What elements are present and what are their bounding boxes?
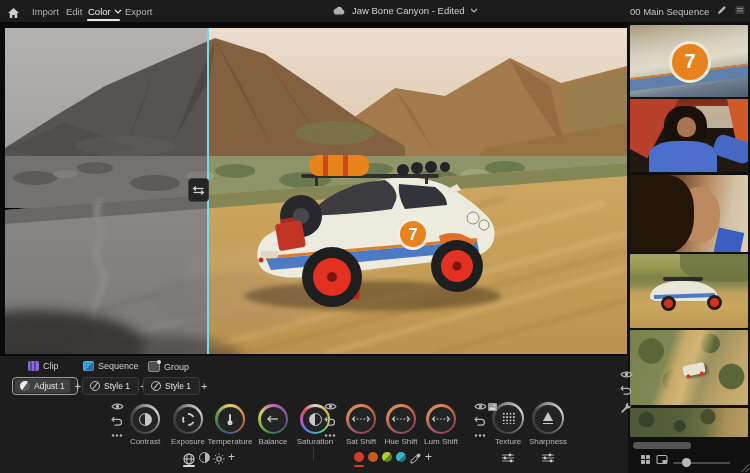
tab-color[interactable]: Color	[88, 6, 122, 17]
exposure-dial[interactable]: Exposure	[173, 404, 203, 434]
temperature-dial[interactable]: Temperature	[215, 404, 245, 434]
thumbnail-size-knob[interactable]	[682, 458, 691, 467]
active-tab-underline	[87, 19, 120, 21]
thumb-wheel	[707, 295, 722, 310]
style-icon	[90, 381, 100, 391]
project-switcher[interactable]: Jaw Bone Canyon - Edited	[332, 5, 478, 16]
frame-view-icon[interactable]	[656, 454, 668, 465]
selected-swatch-underline	[354, 465, 364, 467]
app-window: Import Edit Color Export Jaw Bone Canyon…	[0, 0, 750, 473]
exposure-icon	[182, 413, 195, 426]
tab-clip[interactable]: Clip	[28, 361, 59, 371]
program-monitor[interactable]: 7	[5, 28, 627, 354]
sharpness-label: Sharpness	[529, 437, 567, 446]
project-name: Jaw Bone Canyon - Edited	[352, 5, 464, 16]
eye-icon[interactable]	[473, 402, 487, 411]
saturation-icon	[309, 413, 322, 426]
resize-grip[interactable]	[741, 464, 749, 472]
lum-shift-dial[interactable]: Lum Shift	[426, 404, 456, 434]
panel-eye-icon[interactable]	[620, 365, 633, 383]
preset-adjust-label: Adjust 1	[34, 381, 65, 391]
contrast-icon	[139, 413, 152, 426]
thumb-wheel	[661, 296, 676, 311]
grid-view-icon[interactable]	[640, 454, 651, 465]
filmstrip-thumbnail-4[interactable]	[630, 254, 748, 328]
tab-clip-label: Clip	[43, 361, 59, 371]
mode-row-divider	[313, 446, 314, 460]
exposure-label: Exposure	[171, 437, 205, 446]
tab-color-label: Color	[88, 6, 111, 17]
thumb-driver-shirt	[649, 141, 717, 172]
sharpness-dial[interactable]: Sharpness	[532, 402, 564, 434]
tab-sequence[interactable]: Sequence	[83, 361, 139, 371]
add-adjustment-icon[interactable]: +	[228, 451, 235, 463]
home-icon[interactable]	[7, 5, 20, 23]
shift-slider-icon	[351, 414, 371, 424]
selected-mode-underline	[183, 465, 195, 467]
style-icon	[151, 381, 161, 391]
adjust-icon	[20, 381, 30, 391]
tab-import[interactable]: Import	[32, 6, 59, 17]
eye-icon[interactable]	[110, 402, 124, 411]
tab-edit[interactable]: Edit	[66, 6, 82, 17]
texture-label: Texture	[495, 437, 521, 446]
eyedropper-icon[interactable]	[410, 450, 421, 468]
contrast-mode-icon[interactable]	[199, 452, 210, 463]
add-style-button[interactable]: +	[196, 380, 212, 392]
contrast-dial[interactable]: Contrast	[130, 404, 160, 434]
sharpness-settings-icon[interactable]	[541, 449, 555, 467]
tab-export[interactable]: Export	[125, 6, 152, 17]
sequence-panel-icon[interactable]	[735, 5, 745, 17]
balance-dial[interactable]: Balance	[258, 404, 288, 434]
filmstrip-thumbnail-5[interactable]	[630, 330, 748, 405]
top-bar: Import Edit Color Export Jaw Bone Canyon…	[0, 0, 750, 22]
wrench-icon[interactable]	[620, 400, 632, 418]
swatch-green[interactable]	[382, 452, 392, 462]
preset-style-label: Style 1	[165, 381, 191, 391]
rename-sequence-icon[interactable]	[717, 5, 727, 17]
tab-group[interactable]: Group	[148, 361, 189, 372]
reset-icon[interactable]	[473, 416, 487, 427]
swatch-teal[interactable]	[396, 452, 406, 462]
thumb-hair	[630, 175, 694, 252]
temperature-label: Temperature	[208, 437, 253, 446]
swatch-orange[interactable]	[368, 452, 378, 462]
saturation-label: Saturation	[297, 437, 333, 446]
preset-adjust-1[interactable]: Adjust 1 +	[12, 377, 78, 395]
tab-edit-label: Edit	[66, 6, 82, 17]
eye-icon[interactable]	[323, 402, 337, 411]
swatch-red[interactable]	[354, 452, 364, 462]
filmstrip-thumbnail-3[interactable]	[630, 175, 748, 252]
reset-icon[interactable]	[110, 416, 124, 427]
reset-icon[interactable]	[323, 416, 337, 427]
balance-label: Balance	[259, 437, 288, 446]
panel-reset-icon[interactable]	[620, 382, 632, 400]
tab-group-label: Group	[164, 362, 189, 372]
filmstrip-thumbnail-2[interactable]	[630, 99, 748, 172]
more-options-icon[interactable]	[323, 434, 337, 437]
sat-shift-dial[interactable]: Sat Shift	[346, 404, 376, 434]
shift-slider-icon	[391, 414, 411, 424]
texture-settings-icon[interactable]	[501, 449, 515, 467]
filmstrip-thumbnail-6[interactable]	[630, 408, 748, 437]
split-view-handle[interactable]	[188, 178, 209, 202]
sequence-name: 00 Main Sequence	[630, 6, 709, 17]
add-color-icon[interactable]: +	[425, 451, 432, 463]
more-options-icon[interactable]	[110, 434, 124, 437]
filmstrip-thumbnail-1[interactable]: 7	[630, 25, 748, 97]
group-icon	[148, 361, 160, 372]
filmstrip-panel: 7	[628, 22, 750, 473]
car-number-text: 7	[408, 225, 417, 244]
thumb-number-disc: 7	[669, 41, 711, 83]
arrow-left-icon	[267, 415, 279, 423]
preset-style-1-group[interactable]: Style 1 +	[143, 377, 200, 395]
hue-shift-dial[interactable]: Hue Shift	[386, 404, 416, 434]
swap-arrows-icon	[192, 185, 205, 196]
texture-icon	[502, 412, 515, 424]
sequence-icon	[83, 361, 94, 371]
more-options-icon[interactable]	[473, 434, 487, 437]
thumb-blue-shirt	[714, 228, 745, 252]
filmstrip-scrollbar[interactable]	[633, 442, 691, 449]
preset-style-1-sequence[interactable]: Style 1 +	[82, 377, 139, 395]
light-mode-icon[interactable]	[213, 451, 225, 469]
